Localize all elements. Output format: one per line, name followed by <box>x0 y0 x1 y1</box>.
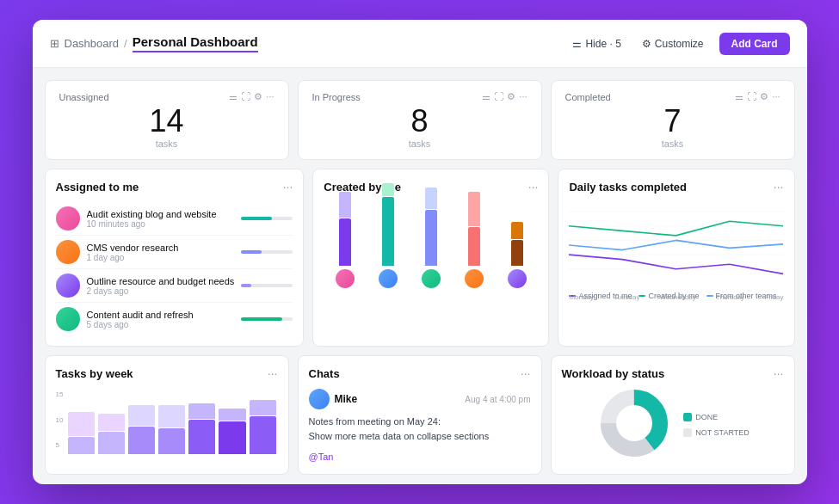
avatar <box>56 307 80 331</box>
task-list: Audit existing blog and website 10 minut… <box>56 202 293 335</box>
chats-card: Chats ··· Mike Aug 4 at 4:00 pm Notes fr… <box>298 355 542 475</box>
breadcrumb-separator: / <box>124 37 127 50</box>
avatar <box>56 206 80 230</box>
daily-more-menu[interactable]: ··· <box>774 180 784 194</box>
stat-sublabel-completed: tasks <box>565 138 780 149</box>
assigned-to-me-card: Assigned to me ··· Audit existing blog a… <box>45 169 305 347</box>
main-content: Unassigned ⚌ ⛶ ⚙ ··· 14 tasks In Progres… <box>33 68 807 484</box>
chats-title: Chats <box>309 367 340 380</box>
chats-more-menu[interactable]: ··· <box>521 366 531 380</box>
expand-icon[interactable]: ⛶ <box>494 91 503 102</box>
y-label: 5 <box>56 441 64 449</box>
task-item[interactable]: Content audit and refresh 5 days ago <box>56 303 293 335</box>
week-bar <box>158 405 185 454</box>
avatar <box>56 240 80 264</box>
stat-number-inprogress: 8 <box>312 106 527 137</box>
week-bar <box>68 412 95 454</box>
stat-sublabel-inprogress: tasks <box>312 138 527 149</box>
assigned-more-menu[interactable]: ··· <box>283 180 293 194</box>
bar-group <box>327 192 363 288</box>
progress-bar <box>241 217 272 220</box>
workload-legend-dot <box>683 428 692 437</box>
progress-bar <box>241 317 282 321</box>
created-bar-chart <box>324 202 538 288</box>
progress-bar-wrap <box>241 317 293 321</box>
header: ⊞ Dashboard / Personal Dashboard ⚌ Hide … <box>33 20 807 68</box>
created-more-menu[interactable]: ··· <box>528 180 539 194</box>
stat-unassigned: Unassigned ⚌ ⛶ ⚙ ··· 14 tasks <box>45 80 289 160</box>
filter-icon[interactable]: ⚌ <box>735 91 743 102</box>
bar-group <box>413 187 449 288</box>
chat-time: Aug 4 at 4:00 pm <box>465 395 530 404</box>
page-title: Personal Dashboard <box>133 34 258 52</box>
week-bar <box>188 403 215 454</box>
x-label: Monday <box>569 293 593 301</box>
workload-card: Workload by status ··· <box>551 355 795 475</box>
week-bar <box>128 405 155 454</box>
bar-segment <box>382 197 394 266</box>
progress-bar-wrap <box>241 250 293 254</box>
chat-message: Notes from meeting on May 24: Show more … <box>309 415 531 443</box>
task-item[interactable]: Outline resource and budget needs 2 days… <box>56 269 293 303</box>
app-window: ⊞ Dashboard / Personal Dashboard ⚌ Hide … <box>33 20 807 484</box>
bar-avatar <box>422 269 441 288</box>
stat-label-inprogress: In Progress <box>312 92 361 102</box>
bar-segment <box>425 210 437 266</box>
workload-title: Workload by status <box>562 367 665 380</box>
customize-button[interactable]: ⚙ Customize <box>637 34 709 53</box>
week-bar <box>219 409 245 454</box>
more-icon[interactable]: ··· <box>266 91 274 102</box>
bar-segment <box>425 187 437 209</box>
week-bar <box>98 414 125 454</box>
progress-bar-wrap <box>241 284 293 287</box>
stat-sublabel-unassigned: tasks <box>59 138 275 149</box>
bar-segment <box>511 222 523 239</box>
bar-group <box>456 192 492 288</box>
expand-icon[interactable]: ⛶ <box>241 91 250 102</box>
chat-mention[interactable]: @Tan <box>309 452 334 462</box>
progress-bar <box>241 284 251 287</box>
task-name: Outline resource and budget needs <box>87 276 235 286</box>
y-label: 15 <box>56 390 64 398</box>
header-right: ⚌ Hide · 5 ⚙ Customize Add Card <box>567 33 789 55</box>
task-item[interactable]: CMS vendor research 1 day ago <box>56 236 293 269</box>
stat-completed: Completed ⚌ ⛶ ⚙ ··· 7 tasks <box>551 80 795 160</box>
hide-button[interactable]: ⚌ Hide · 5 <box>567 34 626 53</box>
gear-icon: ⚙ <box>642 38 651 50</box>
week-bar-chart <box>66 394 277 454</box>
progress-bar-wrap <box>241 217 293 220</box>
settings-icon[interactable]: ⚙ <box>254 91 262 102</box>
add-card-button[interactable]: Add Card <box>719 33 790 55</box>
x-label: Wednesday <box>660 293 696 301</box>
bar-group <box>499 222 535 288</box>
settings-icon[interactable]: ⚙ <box>760 91 768 102</box>
stat-label-unassigned: Unassigned <box>59 92 109 102</box>
week-bar <box>250 400 276 454</box>
donut-svg <box>595 389 673 458</box>
task-item[interactable]: Audit existing blog and website 10 minut… <box>56 202 293 236</box>
task-name: Audit existing blog and website <box>87 209 235 219</box>
breadcrumb[interactable]: Dashboard <box>65 37 120 50</box>
settings-icon[interactable]: ⚙ <box>507 91 515 102</box>
more-icon[interactable]: ··· <box>519 91 527 102</box>
week-more-menu[interactable]: ··· <box>268 366 278 380</box>
tasks-by-week-title: Tasks by week <box>56 367 133 380</box>
x-label: Thursday <box>716 293 744 301</box>
bar-avatar <box>379 269 398 288</box>
x-label: Tuesday <box>614 293 639 301</box>
filter-icon[interactable]: ⚌ <box>482 91 490 102</box>
middle-row: Assigned to me ··· Audit existing blog a… <box>45 169 795 347</box>
bar-segment <box>511 240 523 266</box>
filter-icon[interactable]: ⚌ <box>229 91 238 102</box>
expand-icon[interactable]: ⛶ <box>747 91 756 102</box>
bottom-row: Tasks by week ··· 15 10 5 <box>45 355 795 475</box>
assigned-to-me-title: Assigned to me <box>56 181 139 194</box>
daily-tasks-title: Daily tasks completed <box>569 181 687 194</box>
created-by-me-card: Created by me ··· <box>312 169 549 347</box>
stat-label-completed: Completed <box>565 92 611 102</box>
chat-username: Mike <box>335 393 358 405</box>
progress-bar <box>241 250 262 254</box>
more-icon[interactable]: ··· <box>772 91 780 102</box>
task-time: 2 days ago <box>87 286 235 296</box>
workload-more-menu[interactable]: ··· <box>774 366 784 380</box>
